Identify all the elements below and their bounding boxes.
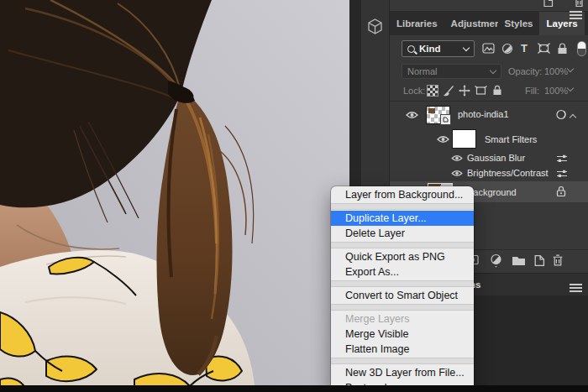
tab-layers[interactable]: Layers	[539, 12, 584, 35]
filter-image-icon[interactable]	[482, 43, 495, 54]
filter-smart-object-icon[interactable]	[557, 43, 568, 55]
menu-separator	[331, 304, 474, 311]
smart-object-badge-icon	[440, 114, 451, 125]
photo-woman-ponytail	[0, 0, 349, 392]
new-layer-icon[interactable]	[542, 0, 554, 8]
opacity-label: Opacity:	[508, 66, 542, 76]
menu-item-flatten-image[interactable]: Flatten Image	[331, 342, 474, 357]
panel-above-strip	[390, 0, 588, 12]
visibility-eye-icon[interactable]	[437, 135, 449, 144]
tab-layers-label: Layers	[546, 18, 577, 29]
menu-item-duplicate-layer[interactable]: Duplicate Layer...	[331, 211, 474, 226]
lock-row: Lock: Fill: 100%	[390, 84, 588, 99]
kind-label: Kind	[419, 44, 441, 54]
chevron-down-icon	[490, 66, 496, 73]
menu-separator	[331, 203, 474, 210]
filter-type-icon[interactable]: T	[521, 42, 528, 55]
tab-libraries-label: Libraries	[396, 18, 438, 29]
menu-item-export-as[interactable]: Export As...	[331, 264, 474, 280]
new-group-folder-icon[interactable]	[512, 255, 526, 266]
new-layer-icon[interactable]	[533, 254, 545, 267]
filter-toggle-switch[interactable]	[577, 41, 586, 56]
layer-name: Gaussian Blur	[467, 153, 525, 163]
tab-adjustments-label: Adjustments	[451, 18, 498, 29]
layer-row-gaussian-blur[interactable]: Gaussian Blur	[390, 151, 588, 166]
collapse-caret-icon[interactable]	[570, 114, 576, 121]
layer-row-brightness-contrast[interactable]: Brightness/Contrast	[390, 166, 588, 181]
filter-adjustment-icon[interactable]	[501, 43, 513, 55]
layer-name: photo-india1	[458, 109, 509, 119]
menu-item-layer-from-background[interactable]: Layer from Background...	[331, 187, 474, 202]
layer-context-menu: Layer from Background... Duplicate Layer…	[331, 186, 474, 392]
menu-separator	[331, 280, 474, 287]
layer-name: Background	[467, 187, 517, 197]
panel-tab-bar: Libraries Adjustments Styles Layers	[390, 12, 588, 35]
blend-row: Normal Opacity: 100%	[390, 64, 588, 81]
menu-item-convert-to-smart-object[interactable]: Convert to Smart Object	[331, 288, 474, 303]
filter-settings-icon[interactable]	[556, 154, 568, 164]
tab-styles[interactable]: Styles	[498, 12, 540, 35]
visibility-eye-icon[interactable]	[451, 154, 463, 162]
layer-name: Smart Filters	[485, 134, 537, 144]
blend-mode-dropdown[interactable]: Normal	[402, 64, 501, 79]
bottom-bar	[0, 385, 588, 392]
layer-row-photo-india1[interactable]: photo-india1	[390, 103, 588, 127]
delete-layer-icon[interactable]	[552, 253, 564, 267]
tab-styles-label: Styles	[505, 18, 533, 29]
filter-settings-icon[interactable]	[556, 169, 568, 179]
visibility-eye-icon[interactable]	[406, 111, 418, 119]
layer-filter-row: Kind T	[390, 40, 588, 59]
canvas-photo[interactable]	[0, 0, 349, 392]
tab-libraries[interactable]: Libraries	[390, 12, 444, 35]
lock-artboard-icon[interactable]	[475, 86, 487, 96]
lock-transparent-pixels-icon[interactable]	[428, 86, 438, 96]
search-icon	[407, 45, 415, 53]
delete-layer-icon[interactable]	[574, 0, 585, 8]
photoshop-window: Libraries Adjustments Styles Layers Kind…	[0, 0, 588, 392]
menu-separator	[331, 358, 474, 364]
visibility-eye-icon[interactable]	[451, 170, 463, 177]
layer-row-smart-filters[interactable]: Smart Filters	[390, 128, 588, 150]
menu-item-new-3d-layer[interactable]: New 3D Layer from File...	[331, 365, 474, 380]
layer-thumbnail[interactable]	[426, 106, 450, 124]
opacity-value[interactable]: 100%	[544, 66, 568, 76]
blend-mode-value: Normal	[407, 66, 437, 76]
smart-filter-badge-icon[interactable]	[555, 108, 568, 121]
lock-move-icon[interactable]	[459, 85, 470, 97]
fill-value[interactable]: 100%	[544, 86, 568, 96]
smart-filters-mask-thumbnail[interactable]	[452, 129, 476, 149]
adjustment-layer-icon[interactable]	[490, 253, 502, 268]
lock-brush-icon[interactable]	[444, 85, 454, 97]
kind-filter-dropdown[interactable]: Kind	[402, 40, 475, 57]
tab-adjustments[interactable]: Adjustments	[444, 12, 498, 35]
menu-item-merge-layers: Merge Layers	[331, 311, 474, 327]
3d-panel-icon[interactable]	[366, 18, 384, 35]
lock-all-icon[interactable]	[492, 85, 502, 96]
layer-name: Brightness/Contrast	[467, 168, 549, 178]
menu-item-merge-visible[interactable]: Merge Visible	[331, 327, 474, 342]
menu-item-delete-layer[interactable]: Delete Layer	[331, 226, 474, 241]
lock-label: Lock:	[403, 86, 425, 96]
menu-separator	[331, 242, 474, 248]
menu-item-quick-export-png[interactable]: Quick Export as PNG	[331, 249, 474, 264]
lower-panel-menu-icon[interactable]	[570, 284, 582, 285]
chevron-down-icon	[463, 44, 470, 50]
layer-lock-icon[interactable]	[556, 186, 566, 197]
panel-menu-icon[interactable]	[570, 11, 582, 13]
filter-shape-icon[interactable]	[538, 43, 550, 54]
fill-label: Fill:	[525, 86, 539, 96]
